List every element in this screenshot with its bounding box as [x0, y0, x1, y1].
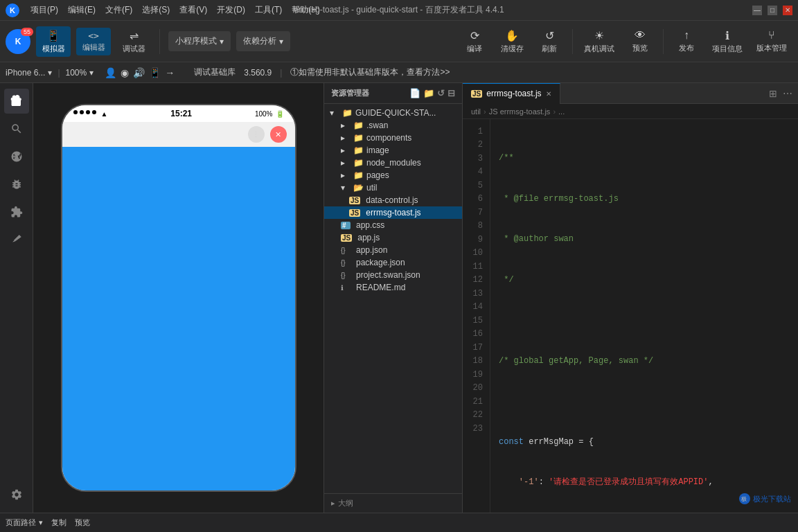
phone-nav-more[interactable]: ⋮: [248, 126, 265, 143]
tree-item-app-css[interactable]: # app.css: [324, 219, 462, 231]
maximize-button[interactable]: □: [768, 6, 777, 15]
new-folder-icon[interactable]: 📁: [423, 88, 434, 98]
tree-item-node-modules[interactable]: ▸ 📁 node_modules: [324, 157, 462, 169]
menu-select[interactable]: 选择(S): [142, 4, 170, 16]
refresh-tree-icon[interactable]: ↺: [437, 88, 445, 98]
page-path-chevron-icon: ▾: [39, 518, 43, 527]
preview-link[interactable]: 预览: [75, 517, 90, 528]
code-token: * @file errmsg-toast.js: [499, 193, 619, 206]
tree-item-util-label: util: [366, 183, 377, 193]
line-num-15: 15: [463, 314, 490, 328]
close-button[interactable]: ✕: [783, 6, 792, 15]
preview-button[interactable]: 👁 预览: [623, 26, 657, 56]
line-num-5: 5: [463, 179, 490, 193]
pages-folder-icon: 📁: [353, 170, 364, 180]
activity-3d[interactable]: [4, 227, 29, 252]
code-token: */: [499, 274, 514, 287]
tree-item-swan[interactable]: ▸ 📁 .swan: [324, 119, 462, 132]
menu-tools[interactable]: 工具(T): [255, 4, 282, 16]
explorer-header-icons: 📄 📁 ↺ ⊟: [409, 88, 455, 98]
line-num-18: 18: [463, 355, 490, 369]
tree-item-image[interactable]: ▸ 📁 image: [324, 144, 462, 157]
tree-item-util[interactable]: ▾ 📂 util: [324, 181, 462, 194]
collapse-all-icon[interactable]: ⊟: [447, 88, 455, 98]
simulator-button[interactable]: 📱 模拟器: [36, 26, 71, 57]
line-num-19: 19: [463, 368, 490, 382]
phone-battery-text: 100%: [255, 110, 273, 118]
menu-view[interactable]: 查看(V): [179, 4, 207, 16]
menu-edit[interactable]: 编辑(E): [68, 4, 96, 16]
arrow-right-icon[interactable]: →: [165, 67, 175, 78]
speaker-icon[interactable]: 🔊: [133, 67, 145, 78]
phone-nav-close[interactable]: ✕: [270, 126, 287, 143]
toolbar-right: ⟳ 编译 ✋ 清缓存 ↺ 刷新 ☀ 真机调试 👁 预览 ↑ 发布 ℹ 项目信息: [457, 26, 792, 57]
zoom-selector[interactable]: 100% ▾: [66, 68, 94, 78]
tree-item-package-json[interactable]: {} package.json: [324, 256, 462, 269]
code-area[interactable]: /** * @file errmsg-toast.js * @author sw…: [490, 119, 798, 513]
tree-item-errmsg-toast[interactable]: JS errmsg-toast.js: [324, 206, 462, 219]
phone-battery-icon: 🔋: [276, 110, 284, 118]
folder-open-icon: ▾: [341, 183, 351, 193]
split-editor-icon[interactable]: ⊞: [769, 88, 777, 99]
project-info-button[interactable]: ℹ 项目信息: [707, 26, 748, 57]
line-num-8: 8: [463, 220, 490, 233]
tree-item-app-json[interactable]: {} app.json: [324, 244, 462, 256]
title-bar-left: K 项目(P) 编辑(E) 文件(F) 选择(S) 查看(V) 开发(D) 工具…: [6, 3, 320, 17]
minimize-button[interactable]: —: [752, 6, 762, 15]
root-folder-icon: 📁: [342, 108, 353, 118]
dep-chevron-icon: ▾: [279, 37, 283, 46]
version-mgr-button[interactable]: ⑂ 版本管理: [751, 26, 792, 56]
activity-extensions[interactable]: [4, 200, 29, 224]
tree-root[interactable]: ▾ 📁 GUIDE-QUICK-STA...: [324, 107, 462, 119]
menu-file[interactable]: 文件(F): [105, 4, 132, 16]
copy-button[interactable]: 复制: [51, 517, 66, 528]
phone-time: 15:21: [170, 109, 192, 118]
menu-dev[interactable]: 开发(D): [217, 4, 245, 16]
activity-files[interactable]: [4, 89, 29, 114]
line-num-17: 17: [463, 341, 490, 355]
editor-tab-errmsg[interactable]: JS errmsg-toast.js ✕: [463, 83, 560, 104]
device-selector[interactable]: iPhone 6... ▾: [6, 68, 52, 78]
code-token: * @author swan: [499, 233, 574, 247]
signal-dot-2: [80, 110, 84, 114]
json-file-icon-swan: {}: [341, 272, 351, 279]
tree-item-pages[interactable]: ▸ 📁 pages: [324, 169, 462, 181]
debugger-button[interactable]: ⇌ 调试器: [116, 26, 151, 57]
compile-button[interactable]: ⟳ 编译: [457, 26, 492, 57]
outline-panel[interactable]: ▸ 大纲: [324, 493, 462, 513]
main-toolbar: K 55 📱 模拟器 <> 编辑器 ⇌ 调试器 小程序模式 ▾ 依赖分析 ▾ ⟳…: [0, 21, 798, 62]
cube-icon[interactable]: ◉: [121, 67, 129, 78]
phone-nav-bar: ⋮ ✕: [62, 122, 295, 147]
new-file-icon[interactable]: 📄: [409, 88, 420, 98]
clear-cache-button[interactable]: ✋ 清缓存: [495, 26, 529, 57]
dep-analysis-dropdown[interactable]: 依赖分析 ▾: [236, 31, 290, 51]
tab-close-icon[interactable]: ✕: [546, 90, 551, 98]
activity-debug[interactable]: [4, 172, 29, 197]
activity-git[interactable]: [4, 144, 29, 169]
simulator-panel: ▲ 15:21 100% 🔋 ⋮ ✕: [33, 83, 324, 513]
more-actions-icon[interactable]: ⋯: [783, 88, 792, 99]
tree-item-components[interactable]: ▸ 📁 components: [324, 132, 462, 144]
activity-settings[interactable]: [4, 482, 29, 507]
page-path-selector[interactable]: 页面路径 ▾: [6, 517, 43, 528]
breadcrumb-file[interactable]: JS errmsg-toast.js: [489, 107, 551, 116]
refresh-button[interactable]: ↺ 刷新: [532, 26, 567, 57]
breadcrumb-util[interactable]: util: [471, 107, 481, 116]
code-line-8: const errMsgMap = {: [499, 436, 790, 450]
phone-icon[interactable]: 📱: [149, 67, 161, 78]
real-debug-button[interactable]: ☀ 真机调试: [578, 26, 620, 57]
tree-item-data-control[interactable]: JS data-control.js: [324, 194, 462, 206]
mode-dropdown[interactable]: 小程序模式 ▾: [168, 31, 231, 51]
person-icon[interactable]: 👤: [105, 67, 116, 78]
breadcrumb-more[interactable]: ...: [558, 107, 565, 116]
device-name: iPhone 6...: [6, 68, 45, 78]
editor-button[interactable]: <> 编辑器: [76, 28, 111, 55]
tree-item-project-swan-json[interactable]: {} project.swan.json: [324, 269, 462, 281]
editor-breadcrumb: util › JS errmsg-toast.js › ...: [463, 104, 798, 119]
publish-button[interactable]: ↑ 发布: [669, 26, 704, 56]
menu-project[interactable]: 项目(P): [30, 4, 58, 16]
line-num-6: 6: [463, 193, 490, 206]
tree-item-readme[interactable]: ℹ README.md: [324, 281, 462, 294]
activity-search[interactable]: [4, 116, 29, 141]
tree-item-app-js[interactable]: JS app.js: [324, 231, 462, 244]
